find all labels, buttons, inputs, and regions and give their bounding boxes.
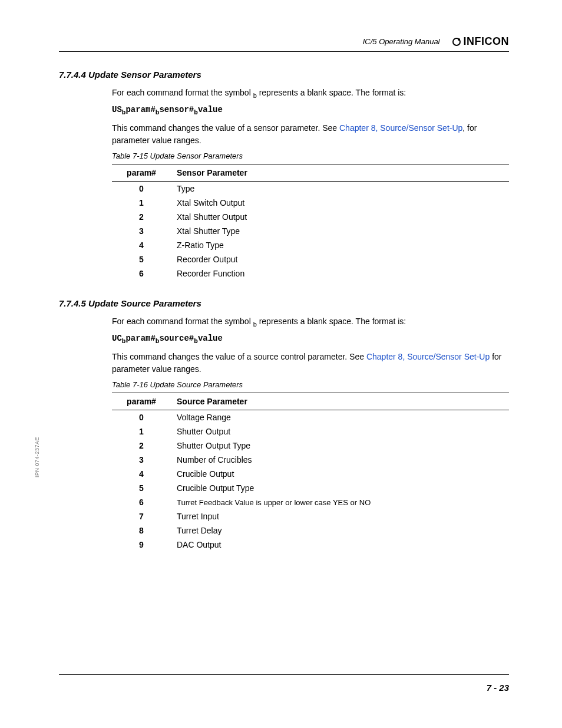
command-format: USbparam#bsensor#bvalue <box>112 105 509 116</box>
chapter8-link[interactable]: Chapter 8, Source/Sensor Set-Up <box>339 123 462 133</box>
table-row: 2Shutter Output Type <box>112 439 509 453</box>
side-label: IPN 074-237AE <box>34 437 40 477</box>
table-row: 8Turret Delay <box>112 523 509 538</box>
col-header: Source Parameter <box>171 393 509 410</box>
table-row: 6Turret Feedback Value is upper or lower… <box>112 495 509 509</box>
section-update-sensor: 7.7.4.4 Update Sensor Parameters For eac… <box>59 70 509 281</box>
footer-rule <box>59 674 509 675</box>
command-format: UCbparam#bsource#bvalue <box>112 334 509 345</box>
table-row: 6Recorder Function <box>112 266 509 281</box>
inficon-icon <box>452 37 461 47</box>
table-row: 3Xtal Shutter Type <box>112 224 509 238</box>
table-row: 1Shutter Output <box>112 424 509 439</box>
table-row: 2Xtal Shutter Output <box>112 210 509 224</box>
intro-text: For each command format the symbol b rep… <box>112 87 509 100</box>
section-heading: 7.7.4.4 Update Sensor Parameters <box>59 70 509 80</box>
table-row: 5Recorder Output <box>112 252 509 266</box>
section-update-source: 7.7.4.5 Update Source Parameters For eac… <box>59 298 509 552</box>
table-row: 0Type <box>112 182 509 196</box>
col-header: param# <box>112 393 171 410</box>
col-header: Sensor Parameter <box>171 164 509 182</box>
svg-point-1 <box>458 38 460 41</box>
table-row: 4Z-Ratio Type <box>112 238 509 252</box>
table-row: 7Turret Input <box>112 509 509 523</box>
table-row: 0Voltage Range <box>112 410 509 425</box>
brand-logo: INFICON <box>452 35 510 48</box>
brand-name: INFICON <box>464 35 510 48</box>
description-text: This command changes the value of a sour… <box>112 351 509 375</box>
page-header: IC/5 Operating Manual INFICON <box>59 35 509 52</box>
chapter8-link[interactable]: Chapter 8, Source/Sensor Set-Up <box>366 352 490 361</box>
section-heading: 7.7.4.5 Update Source Parameters <box>59 298 509 308</box>
table-caption: Table 7-16 Update Source Parameters <box>112 380 509 389</box>
table-row: 5Crucible Output Type <box>112 481 509 495</box>
col-header: param# <box>112 164 171 182</box>
source-params-table: param# Source Parameter 0Voltage Range 1… <box>112 393 509 552</box>
intro-text: For each command format the symbol b rep… <box>112 315 509 329</box>
table-row: 4Crucible Output <box>112 467 509 481</box>
sensor-params-table: param# Sensor Parameter 0Type 1Xtal Swit… <box>112 164 509 281</box>
page-number: 7 - 23 <box>487 683 509 693</box>
table-caption: Table 7-15 Update Sensor Parameters <box>112 151 509 160</box>
table-row: 1Xtal Switch Output <box>112 196 509 210</box>
table-row: 9DAC Output <box>112 538 509 552</box>
table-row: 3Number of Crucibles <box>112 453 509 467</box>
manual-title: IC/5 Operating Manual <box>363 37 440 46</box>
description-text: This command changes the value of a sens… <box>112 122 509 147</box>
